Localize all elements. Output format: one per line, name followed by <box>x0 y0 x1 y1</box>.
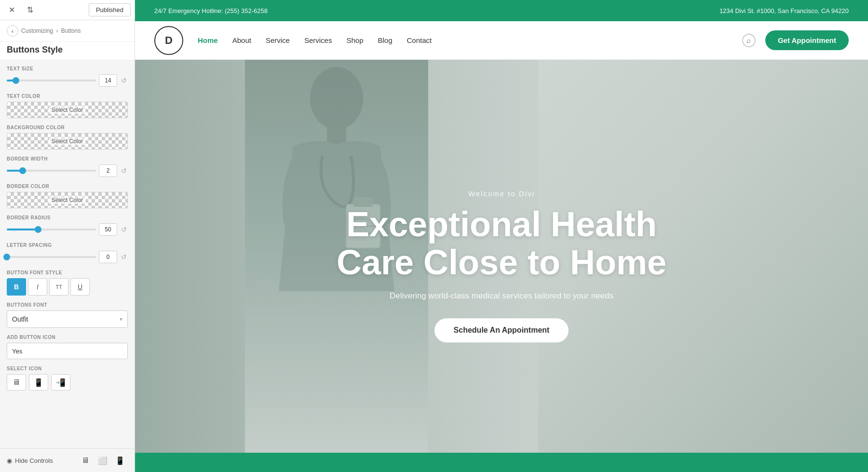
hero-section: Welcome to Divi Exceptional Health Care … <box>135 60 868 472</box>
border-color-select-label: Select Color <box>49 196 86 204</box>
letter-spacing-reset[interactable]: ↺ <box>120 253 128 261</box>
text-color-select-label: Select Color <box>49 106 86 114</box>
nav-home[interactable]: Home <box>198 36 218 44</box>
search-icon[interactable]: ⌕ <box>742 34 756 47</box>
chevron-down-icon: ▾ <box>120 316 122 323</box>
swap-button[interactable]: ⇅ <box>22 2 38 18</box>
desktop-view-button[interactable]: 🖥 <box>78 453 93 468</box>
top-bar-left: 24/7 Emergency Hotline: (255) 352-6258 <box>154 7 268 14</box>
border-radius-group: BORDER RADIUS 50 ↺ <box>7 215 128 236</box>
panel-top-bar: ✕ ⇅ Published <box>0 0 135 20</box>
text-size-value: 14 <box>99 74 117 87</box>
border-radius-fill <box>7 229 38 230</box>
font-italic-button[interactable]: I <box>28 278 47 296</box>
eye-icon: ◉ <box>7 457 12 464</box>
letter-spacing-label: LETTER SPACING <box>7 243 128 248</box>
border-radius-reset[interactable]: ↺ <box>120 226 128 233</box>
back-arrow-button[interactable]: ‹ <box>7 25 18 37</box>
hide-controls-button[interactable]: ◉ Hide Controls <box>7 457 53 464</box>
text-color-swatch[interactable]: Select Color <box>7 102 128 118</box>
nav-services[interactable]: Services <box>304 36 332 44</box>
add-button-icon-group: ADD BUTTON ICON Yes <box>7 335 128 359</box>
text-size-reset[interactable]: ↺ <box>120 77 128 84</box>
breadcrumb-area: ‹ Customizing › Buttons <box>0 20 135 42</box>
text-size-slider-row: 14 ↺ <box>7 74 128 87</box>
border-width-thumb[interactable] <box>19 167 26 174</box>
text-size-group: TEXT SIZE 14 ↺ <box>7 66 128 87</box>
hero-subtitle: Welcome to Divi <box>174 189 829 198</box>
bg-color-swatch[interactable]: Select Color <box>7 133 128 149</box>
text-size-thumb[interactable] <box>13 77 19 84</box>
letter-spacing-group: LETTER SPACING 0 ↺ <box>7 243 128 263</box>
nav-shop[interactable]: Shop <box>346 36 363 44</box>
select-icon-label: SELECT ICON <box>7 366 128 371</box>
schedule-appointment-button[interactable]: Schedule An Appointment <box>434 318 569 342</box>
add-button-icon-text: Yes <box>12 348 22 355</box>
icon-select-row: 🖥 📱 📲 <box>7 374 128 391</box>
buttons-font-select[interactable]: Outfit ▾ <box>7 310 128 328</box>
tablet-view-button[interactable]: ⬜ <box>95 453 110 468</box>
get-appointment-button[interactable]: Get Appointment <box>765 30 849 50</box>
letter-spacing-thumb[interactable] <box>3 254 10 260</box>
button-font-style-group: BUTTON FONT STYLE B I TT U <box>7 270 128 296</box>
left-panel: ✕ ⇅ Published ‹ Customizing › Buttons Bu… <box>0 0 135 472</box>
border-color-label: BORDER COLOR <box>7 184 128 189</box>
hero-title-line1: Exceptional Health <box>346 205 657 243</box>
hero-title: Exceptional Health Care Close to Home <box>174 205 829 282</box>
select-icon-group: SELECT ICON 🖥 📱 📲 <box>7 366 128 391</box>
add-button-icon-label: ADD BUTTON ICON <box>7 335 128 340</box>
panel-top-icons: ✕ ⇅ <box>4 2 38 18</box>
font-style-row: B I TT U <box>7 278 128 296</box>
icon-tablet-button[interactable]: 📱 <box>29 374 48 391</box>
hero-description: Delivering world-class medical services … <box>174 291 829 301</box>
nav-service[interactable]: Service <box>266 36 290 44</box>
right-preview: 24/7 Emergency Hotline: (255) 352-6258 1… <box>135 0 868 472</box>
border-width-slider[interactable] <box>7 170 96 172</box>
svg-point-0 <box>310 67 363 130</box>
border-color-swatch[interactable]: Select Color <box>7 192 128 208</box>
nav-about[interactable]: About <box>232 36 251 44</box>
published-button[interactable]: Published <box>89 3 131 16</box>
nav-contact[interactable]: Contact <box>407 36 432 44</box>
hide-controls-label: Hide Controls <box>15 457 53 464</box>
panel-title: Buttons Style <box>0 42 135 60</box>
letter-spacing-slider-row: 0 ↺ <box>7 251 128 263</box>
border-width-reset[interactable]: ↺ <box>120 167 128 175</box>
border-width-slider-row: 2 ↺ <box>7 164 128 177</box>
border-color-group: BORDER COLOR Select Color <box>7 184 128 208</box>
panel-bottom: ◉ Hide Controls 🖥 ⬜ 📱 <box>0 448 135 472</box>
hero-title-line2: Care Close to Home <box>337 243 666 282</box>
text-size-slider[interactable] <box>7 80 96 81</box>
controls-area: TEXT SIZE 14 ↺ TEXT COLOR Select Color B… <box>0 60 135 403</box>
site-nav: D Home About Service Services Shop Blog … <box>135 21 868 60</box>
text-size-label: TEXT SIZE <box>7 66 128 71</box>
border-radius-value: 50 <box>99 223 117 236</box>
breadcrumb-separator: › <box>56 27 58 34</box>
add-button-icon-value: Yes <box>7 343 128 359</box>
top-bar-right: 1234 Divi St. #1000, San Francisco, CA 9… <box>719 7 849 14</box>
text-color-label: TEXT COLOR <box>7 94 128 99</box>
font-bold-button[interactable]: B <box>7 278 26 296</box>
bg-color-label: BACKGROUND COLOR <box>7 125 128 130</box>
mobile-view-button[interactable]: 📱 <box>112 453 128 468</box>
border-width-label: BORDER WIDTH <box>7 156 128 162</box>
buttons-font-value: Outfit <box>12 315 28 323</box>
hero-content: Welcome to Divi Exceptional Health Care … <box>135 189 868 342</box>
breadcrumb-child: Buttons <box>61 27 81 34</box>
font-tt-button[interactable]: TT <box>49 278 68 296</box>
site-logo: D <box>154 26 183 55</box>
nav-blog[interactable]: Blog <box>378 36 393 44</box>
icon-phone-button[interactable]: 📲 <box>51 374 70 391</box>
border-radius-thumb[interactable] <box>35 226 41 233</box>
icon-monitor-button[interactable]: 🖥 <box>7 374 26 391</box>
buttons-font-group: BUTTONS FONT Outfit ▾ <box>7 302 128 328</box>
view-buttons: 🖥 ⬜ 📱 <box>78 453 128 468</box>
font-underline-button[interactable]: U <box>70 278 90 296</box>
button-font-style-label: BUTTON FONT STYLE <box>7 270 128 275</box>
close-button[interactable]: ✕ <box>4 2 19 18</box>
letter-spacing-value: 0 <box>99 251 117 263</box>
border-radius-slider[interactable] <box>7 229 96 230</box>
letter-spacing-slider[interactable] <box>7 256 96 258</box>
bg-color-group: BACKGROUND COLOR Select Color <box>7 125 128 149</box>
border-width-group: BORDER WIDTH 2 ↺ <box>7 156 128 177</box>
